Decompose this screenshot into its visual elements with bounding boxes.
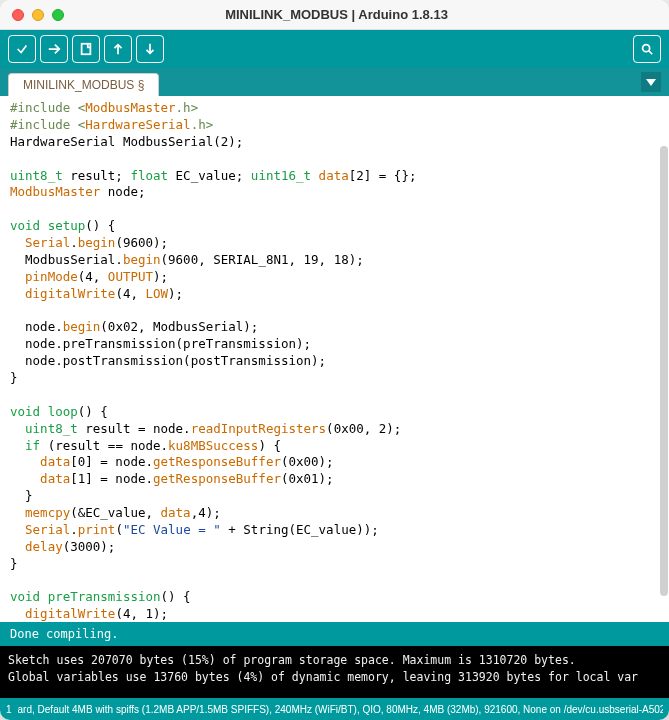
output-console[interactable]: Sketch uses 207070 bytes (15%) of progra… [0,646,669,698]
code-line: uint8_t result; float EC_value; uint16_t… [10,168,659,185]
vertical-scrollbar[interactable] [660,146,668,596]
status-message: Done compiling. [10,627,118,641]
code-line: } [10,370,659,387]
code-line: void preTransmission() { [10,589,659,606]
code-line: memcpy(&EC_value, data,4); [10,505,659,522]
upload-button[interactable] [40,35,68,63]
verify-button[interactable] [8,35,36,63]
code-line: #include <HardwareSerial.h> [10,117,659,134]
tab-menu-button[interactable] [641,72,661,92]
code-line: data[1] = node.getResponseBuffer(0x01); [10,471,659,488]
save-button[interactable] [136,35,164,63]
sketch-tab-label: MINILINK_MODBUS § [23,78,144,92]
code-line: } [10,556,659,573]
console-line-1: Sketch uses 207070 bytes (15%) of progra… [8,653,576,667]
tab-bar: MINILINK_MODBUS § [0,68,669,96]
code-line [10,573,659,590]
code-line: data[0] = node.getResponseBuffer(0x00); [10,454,659,471]
code-line: digitalWrite(4, LOW); [10,286,659,303]
window-title: MINILINK_MODBUS | Arduino 1.8.13 [16,7,657,22]
board-info: ard, Default 4MB with spiffs (1.2MB APP/… [18,704,663,715]
code-line: digitalWrite(4, 1); [10,606,659,622]
code-line [10,387,659,404]
code-line: void setup() { [10,218,659,235]
code-line: node.preTransmission(preTransmission); [10,336,659,353]
titlebar[interactable]: MINILINK_MODBUS | Arduino 1.8.13 [0,0,669,30]
code-line: delay(3000); [10,539,659,556]
console-line-2: Global variables use 13760 bytes (4%) of… [8,670,638,684]
sketch-tab[interactable]: MINILINK_MODBUS § [8,73,159,96]
line-number: 1 [6,704,12,715]
code-line: pinMode(4, OUTPUT); [10,269,659,286]
code-line [10,151,659,168]
code-line: node.postTransmission(postTransmission); [10,353,659,370]
status-bar: Done compiling. [0,622,669,646]
code-line: void loop() { [10,404,659,421]
open-button[interactable] [104,35,132,63]
code-line [10,201,659,218]
code-line [10,303,659,320]
serial-monitor-button[interactable] [633,35,661,63]
code-line: HardwareSerial ModbusSerial(2); [10,134,659,151]
code-line: Serial.begin(9600); [10,235,659,252]
new-button[interactable] [72,35,100,63]
arduino-ide-window: MINILINK_MODBUS | Arduino 1.8.13 MINILIN… [0,0,669,720]
code-line: node.begin(0x02, ModbusSerial); [10,319,659,336]
toolbar [0,30,669,68]
code-line: ModbusSerial.begin(9600, SERIAL_8N1, 19,… [10,252,659,269]
footer: 1 ard, Default 4MB with spiffs (1.2MB AP… [0,698,669,720]
svg-rect-0 [82,44,91,55]
code-line: } [10,488,659,505]
svg-marker-3 [646,79,656,86]
code-line: if (result == node.ku8MBSuccess) { [10,438,659,455]
code-editor[interactable]: #include <ModbusMaster.h>#include <Hardw… [0,96,669,622]
svg-point-1 [643,45,650,52]
code-line: Serial.print("EC Value = " + String(EC_v… [10,522,659,539]
svg-line-2 [649,51,653,55]
code-line: #include <ModbusMaster.h> [10,100,659,117]
code-line: uint8_t result = node.readInputRegisters… [10,421,659,438]
code-line: ModbusMaster node; [10,184,659,201]
